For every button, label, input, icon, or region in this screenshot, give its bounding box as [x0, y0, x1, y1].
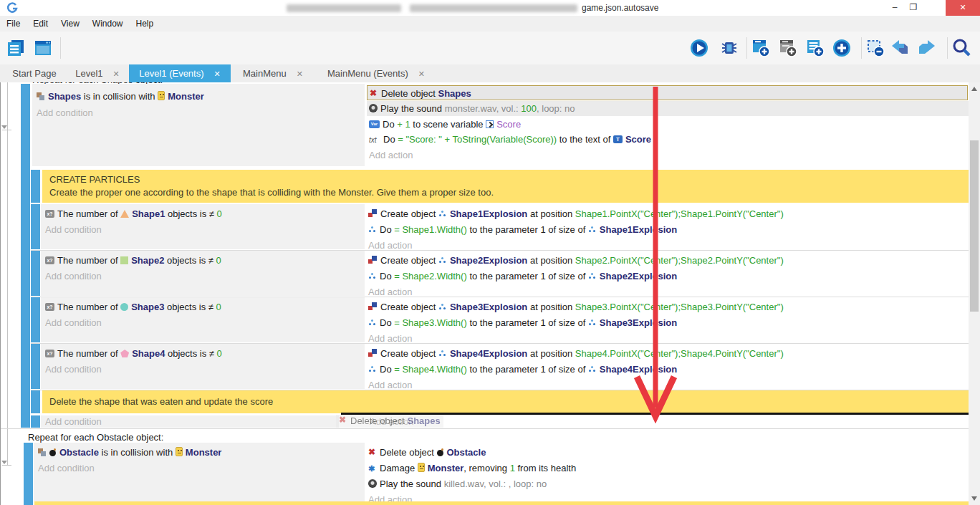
- preview-icon[interactable]: [689, 38, 709, 58]
- event1-bar[interactable]: [21, 84, 30, 428]
- action-row-delete-shapes[interactable]: Delete object Shapes: [367, 85, 968, 100]
- menu-view[interactable]: View: [61, 19, 80, 29]
- close-button[interactable]: ✕: [946, 0, 980, 16]
- menu-window[interactable]: Window: [92, 19, 123, 29]
- action-row-delete-obstacle[interactable]: Delete object Obstacle: [368, 445, 486, 460]
- condition-row[interactable]: The number of Shape4 objects is ≠ 0: [45, 346, 222, 361]
- condition-row[interactable]: The number of Shape2 objects is ≠ 0: [45, 253, 221, 268]
- particle-icon: [588, 272, 597, 280]
- scenevar-icon: [486, 120, 494, 128]
- condition-row[interactable]: The number of Shape1 objects is ≠ 0: [45, 206, 222, 221]
- window-title: game.json.autosave: [582, 3, 658, 13]
- action-row-damage-monster[interactable]: Damage Monster, removing 1 from its heal…: [368, 461, 576, 476]
- sub-event-bar[interactable]: [31, 344, 40, 389]
- scroll-up-icon[interactable]: [971, 87, 977, 91]
- action-row-set-size[interactable]: Do = Shape3.Width() to the parameter 1 o…: [368, 315, 677, 330]
- create-icon: [368, 256, 378, 264]
- tab-level1[interactable]: Level1: [68, 64, 127, 82]
- sub-event-bar[interactable]: [31, 415, 40, 428]
- add-condition-link[interactable]: Add condition: [45, 222, 102, 237]
- add-condition-link[interactable]: Add condition: [38, 461, 95, 476]
- particle-icon: [438, 303, 447, 311]
- menu-edit[interactable]: Edit: [33, 19, 48, 29]
- action-row-play-sound[interactable]: Play the sound monster.wav, vol.: 100, l…: [367, 101, 969, 116]
- count-icon: [45, 350, 54, 357]
- redo-icon[interactable]: [917, 38, 937, 58]
- action-row-create-object[interactable]: Create object Shape2Explosion at positio…: [368, 253, 784, 268]
- sub-event-bar[interactable]: [31, 297, 40, 342]
- toolbar-separator: [861, 37, 862, 59]
- comment-partial[interactable]: [34, 501, 969, 505]
- comment-create-particles[interactable]: CREATE PARTICLES Create the proper one a…: [42, 170, 969, 203]
- menu-file[interactable]: File: [6, 19, 20, 29]
- comment-bar[interactable]: [31, 390, 40, 413]
- event2-bar[interactable]: [24, 443, 33, 501]
- monster-icon: [418, 463, 425, 472]
- undo-icon[interactable]: [890, 38, 910, 58]
- add-sub-event-icon[interactable]: [778, 38, 798, 58]
- add-comment-icon[interactable]: [805, 38, 825, 58]
- add-action-link[interactable]: Add action: [369, 148, 413, 163]
- comment-bar[interactable]: [31, 170, 40, 203]
- delete-selection-icon[interactable]: [865, 38, 885, 58]
- monster-icon: [176, 447, 183, 456]
- particle-icon: [438, 350, 447, 357]
- debug-icon[interactable]: [719, 38, 739, 58]
- action-row-create-object[interactable]: Create object Shape3Explosion at positio…: [368, 299, 784, 314]
- shape4-icon: [120, 350, 129, 357]
- action-row-set-size[interactable]: Do = Shape1.Width() to the parameter 1 o…: [368, 222, 677, 237]
- shape3-icon: [120, 303, 128, 311]
- action-row-set-size[interactable]: Do = Shape2.Width() to the parameter 1 o…: [368, 269, 677, 284]
- tab-level1-events[interactable]: Level1 (Events): [129, 64, 231, 82]
- tab-close-icon[interactable]: [214, 68, 221, 79]
- restore-button[interactable]: ❐: [904, 0, 923, 16]
- events-sheet: Repeat for each Shapes object: Shapes is…: [0, 82, 969, 505]
- fold-arrow-icon[interactable]: [1, 461, 7, 464]
- add-condition-link[interactable]: Add condition: [45, 414, 102, 429]
- shape2-icon: [120, 256, 128, 264]
- redacted-title-segment: [287, 4, 401, 12]
- action-row-create-object[interactable]: Create object Shape4Explosion at positio…: [368, 346, 784, 361]
- sub-event-bar[interactable]: [31, 204, 40, 249]
- menu-help[interactable]: Help: [136, 19, 154, 29]
- add-condition-link[interactable]: Add condition: [37, 105, 93, 120]
- particle-icon: [368, 272, 377, 280]
- condition-row[interactable]: Obstacle is in collision with Monster: [38, 445, 221, 460]
- action-row-play-sound[interactable]: Play the sound killed.wav, vol.: , loop:…: [368, 476, 547, 491]
- action-row-text-score[interactable]: Do = "Score: " + ToString(Variable(Score…: [369, 132, 651, 147]
- add-condition-link[interactable]: Add condition: [45, 362, 102, 377]
- fold-arrow-icon[interactable]: [1, 125, 7, 129]
- scene-editor-icon[interactable]: [33, 38, 53, 58]
- action-row-scene-variable[interactable]: Do + 1 to scene variable Score: [369, 117, 521, 132]
- action-row-create-object[interactable]: Create object Shape1Explosion at positio…: [368, 206, 784, 221]
- tab-mainmenu[interactable]: MainMenu: [235, 64, 311, 82]
- comment-title: CREATE PARTICLES: [49, 174, 140, 185]
- add-other-event-icon[interactable]: [832, 38, 852, 58]
- sub-event-bar[interactable]: [31, 251, 40, 296]
- scroll-down-icon[interactable]: [971, 496, 977, 501]
- condition-row[interactable]: Shapes is in collision with Monster: [37, 89, 204, 104]
- tab-start-page[interactable]: Start Page: [4, 64, 64, 82]
- comment-bar[interactable]: [24, 501, 33, 505]
- menubar: File Edit View Window Help: [0, 16, 980, 32]
- minimize-button[interactable]: –: [885, 0, 904, 16]
- add-event-icon[interactable]: [751, 38, 771, 58]
- tab-close-icon[interactable]: [113, 68, 120, 79]
- comment-delete-shape[interactable]: Delete the shape that was eaten and upda…: [42, 390, 969, 413]
- scrollbar-thumb[interactable]: [970, 140, 979, 312]
- search-icon[interactable]: [951, 38, 971, 58]
- condition-row[interactable]: The number of Shape3 objects is ≠ 0: [45, 299, 221, 314]
- add-condition-link[interactable]: Add condition: [45, 269, 102, 284]
- txt-icon: [369, 135, 380, 143]
- sound-icon: [368, 479, 377, 488]
- add-condition-link[interactable]: Add condition: [45, 315, 102, 330]
- tab-mainmenu-events[interactable]: MainMenu (Events): [318, 64, 434, 82]
- project-manager-icon[interactable]: [6, 38, 26, 58]
- particle-icon: [438, 256, 447, 264]
- tab-close-icon[interactable]: [418, 68, 425, 79]
- tab-close-icon[interactable]: [297, 68, 303, 79]
- vertical-scrollbar: [969, 82, 980, 505]
- tabbar: Start Page Level1 Level1 (Events) MainMe…: [0, 64, 980, 82]
- create-icon: [368, 209, 378, 218]
- action-row-set-size[interactable]: Do = Shape4.Width() to the parameter 1 o…: [368, 362, 677, 377]
